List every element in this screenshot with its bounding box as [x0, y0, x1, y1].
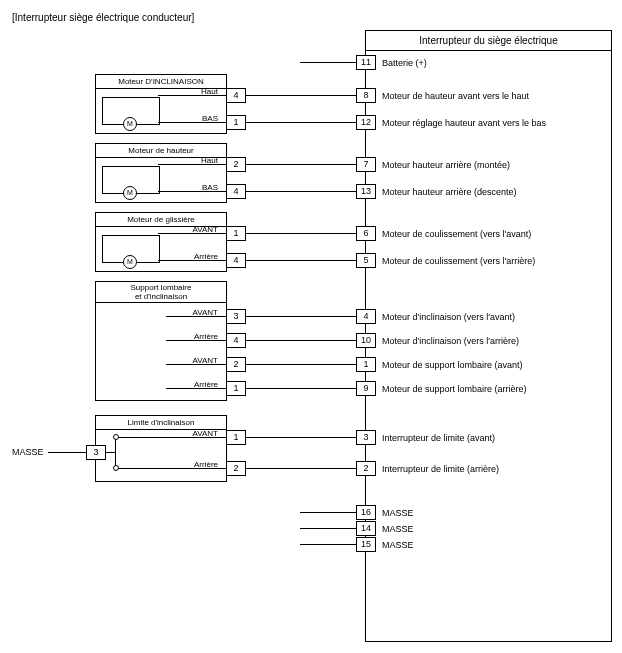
motor-height-symbol: M [123, 186, 137, 200]
desc-sup-f1: Moteur d'inclinaison (vers l'avant) [382, 312, 515, 322]
lpin-hgt-hi: 2 [226, 157, 246, 172]
desc-lim-f: Interrupteur de limite (avant) [382, 433, 495, 443]
rpin-tilt-hi: 8 [356, 88, 376, 103]
lpin-tilt-lo: 1 [226, 115, 246, 130]
lpin-hgt-lo: 4 [226, 184, 246, 199]
desc-gnd3: MASSE [382, 540, 414, 550]
motor-slide-symbol: M [123, 255, 137, 269]
rpin-tilt-lo: 12 [356, 115, 376, 130]
motor-support-title-l1: Support lombaire [96, 283, 226, 292]
rpin-sup-f2: 1 [356, 357, 376, 372]
diagram-stage: [Interrupteur siège électrique conducteu… [0, 0, 622, 653]
motor-support-title: Support lombaire et d'inclinaison [96, 282, 226, 303]
limit-title: Limite d'inclinaison [96, 416, 226, 430]
lpin-sup-r1: 4 [226, 333, 246, 348]
page-title: [Interrupteur siège électrique conducteu… [12, 12, 194, 23]
lpin-tilt-hi: 4 [226, 88, 246, 103]
desc-tilt-lo: Moteur réglage hauteur avant vers le bas [382, 118, 546, 128]
rpin-gnd1: 16 [356, 505, 376, 520]
rpin-sld-r: 5 [356, 253, 376, 268]
motor-support-title-l2: et d'inclinaison [96, 292, 226, 301]
desc-gnd2: MASSE [382, 524, 414, 534]
desc-hgt-hi: Moteur hauteur arrière (montée) [382, 160, 510, 170]
lpin-lim-r: 2 [226, 461, 246, 476]
rpin-lim-r: 2 [356, 461, 376, 476]
lpin-sup-r2: 1 [226, 381, 246, 396]
main-switch-header: Interrupteur du siège électrique [366, 31, 611, 51]
desc-sld-f: Moteur de coulissement (vers l'avant) [382, 229, 531, 239]
lpin-sup-f1: 3 [226, 309, 246, 324]
masse-pin: 3 [86, 445, 106, 460]
desc-sup-r2: Moteur de support lombaire (arrière) [382, 384, 527, 394]
rpin-lim-f: 3 [356, 430, 376, 445]
desc-sup-r1: Moteur d'inclinaison (vers l'arrière) [382, 336, 519, 346]
pin-battery: 11 [356, 55, 376, 70]
lpin-sld-r: 4 [226, 253, 246, 268]
rpin-sup-f1: 4 [356, 309, 376, 324]
desc-sup-f2: Moteur de support lombaire (avant) [382, 360, 523, 370]
masse-label: MASSE [12, 447, 44, 457]
lpin-sld-f: 1 [226, 226, 246, 241]
desc-battery: Batterie (+) [382, 58, 427, 68]
desc-sld-r: Moteur de coulissement (vers l'arrière) [382, 256, 535, 266]
rpin-gnd3: 15 [356, 537, 376, 552]
lpin-sup-f2: 2 [226, 357, 246, 372]
rpin-sup-r1: 10 [356, 333, 376, 348]
desc-gnd1: MASSE [382, 508, 414, 518]
desc-lim-r: Interrupteur de limite (arrière) [382, 464, 499, 474]
rpin-sup-r2: 9 [356, 381, 376, 396]
desc-hgt-lo: Moteur hauteur arrière (descente) [382, 187, 517, 197]
lpin-lim-f: 1 [226, 430, 246, 445]
motor-tilt-symbol: M [123, 117, 137, 131]
rpin-hgt-lo: 13 [356, 184, 376, 199]
rpin-hgt-hi: 7 [356, 157, 376, 172]
rpin-sld-f: 6 [356, 226, 376, 241]
desc-tilt-hi: Moteur de hauteur avant vers le haut [382, 91, 529, 101]
rpin-gnd2: 14 [356, 521, 376, 536]
